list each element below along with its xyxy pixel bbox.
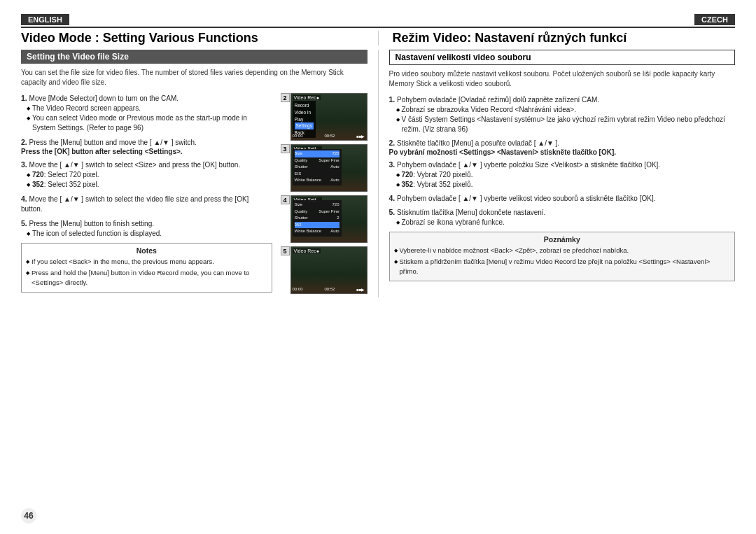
screen-5-label: Video Rec● xyxy=(293,248,321,253)
right-step-5: 5. Stisknutím tlačítka [Menu] dokončete … xyxy=(389,207,736,227)
left-steps-container: 1. Move [Mode Selector] down to turn on … xyxy=(21,93,368,297)
screen-2-timebar: 00:00 00:52 ■■▶ xyxy=(293,134,365,139)
s4-key-size: Size xyxy=(295,202,303,209)
english-badge: ENGLISH xyxy=(21,14,69,25)
bullet-icon: ◆ xyxy=(27,171,30,178)
screen-5-counter: 00:52 xyxy=(324,287,335,292)
settings-key-wb: White Balance xyxy=(295,177,322,184)
s4-val-quality: Super Fine xyxy=(318,209,339,216)
title-left: Video Mode : Setting Various Functions xyxy=(21,31,379,45)
title-right: Režim Video: Nastavení různých funkcí xyxy=(379,31,736,45)
left-section-header: Setting the Video file Size xyxy=(21,50,368,64)
step3-sub2-text: 352: Select 352 pixel. xyxy=(32,180,99,190)
right-step5-text: 5. Stisknutím tlačítka [Menu] dokončete … xyxy=(389,207,736,218)
right-step4-main: Pohybem ovladače [ ▲/▼ ] vyberte velikos… xyxy=(397,195,655,202)
right-step1-sub1-text: Zobrazí se obrazovka Video Record <Nahrá… xyxy=(402,105,576,115)
page: ENGLISH CZECH Video Mode : Setting Vario… xyxy=(0,0,756,534)
s4-val-shutter: 2 xyxy=(337,215,339,222)
settings-val-size: 720 xyxy=(332,150,339,157)
right-step3-sub1-text: 720: Vybrat 720 pixelů. xyxy=(402,170,473,180)
right-step5-sub1: ◆ Zobrazí se ikona vybrané funkce. xyxy=(396,218,736,227)
page-number: 46 xyxy=(21,508,36,524)
czech-badge: CZECH xyxy=(694,14,735,25)
step5-main: Press the [Menu] button to finish settin… xyxy=(29,220,154,227)
s4-row-shutter: Shutter 2 xyxy=(295,215,340,222)
left-note-1: ◆ If you select <Back> in the menu, the … xyxy=(26,257,267,266)
screen-mock-3: Video Sett... Size 720 Quality Super Fin… xyxy=(290,144,368,192)
step5-sub1: ◆ The icon of selected function is displ… xyxy=(27,229,272,239)
step2-num: 2. xyxy=(21,138,27,146)
settings-row-eis: EIS xyxy=(295,171,340,178)
right-step2-bold: Po vybrání možnosti <Settings> <Nastaven… xyxy=(389,148,736,156)
right-step1-sub2-text: V části System Settings <Nastavení systé… xyxy=(402,115,736,134)
right-note-2: ◆ Stiskem a přidržením tlačítka [Menu] v… xyxy=(394,257,731,276)
screen-2-controls: ■■▶ xyxy=(356,134,365,139)
step3-sub1-text: 720: Select 720 pixel. xyxy=(32,170,99,180)
bullet-icon: ◆ xyxy=(396,219,400,226)
screen-2-time: 00:00 xyxy=(293,134,303,139)
left-step-4: 4. Move the [ ▲/▼ ] switch to select the… xyxy=(21,194,272,214)
right-step1-sub2: ◆ V části System Settings <Nastavení sys… xyxy=(396,115,736,134)
settings-val-wb: Auto xyxy=(330,177,339,184)
lang-badges: ENGLISH CZECH xyxy=(21,14,735,25)
screen-step-3: 3 xyxy=(281,144,290,153)
right-step3-text: 3. Pohybem ovladače [ ▲/▼ ] vyberte polo… xyxy=(389,160,736,170)
left-note-2-text: Press and hold the [Menu] button in Vide… xyxy=(31,268,267,287)
right-step4-num: 4. xyxy=(389,194,396,202)
right-note-1: ◆ Vyberete-li v nabídce možnost <Back> <… xyxy=(394,246,731,255)
bullet-icon: ◆ xyxy=(396,116,400,123)
right-notes: Poznámky ◆ Vyberete-li v nabídce možnost… xyxy=(389,232,736,281)
step5-num: 5. xyxy=(21,219,27,227)
bullet-icon: ◆ xyxy=(26,258,29,265)
step1-text: 1. Move [Mode Selector] down to turn on … xyxy=(21,93,272,104)
right-step-3: 3. Pohybem ovladače [ ▲/▼ ] vyberte polo… xyxy=(389,160,736,190)
bullet-icon: ◆ xyxy=(27,181,30,188)
menu-videoin: Video In xyxy=(295,109,314,116)
step5-text: 5. Press the [Menu] button to finish set… xyxy=(21,218,272,229)
right-step1-text: 1. Pohybem ovladače [Ovladač režimů] dol… xyxy=(389,94,736,105)
settings-key-quality: Quality xyxy=(295,157,308,164)
main-title: Video Mode : Setting Various Functions R… xyxy=(21,27,735,45)
menu-record: Record xyxy=(295,102,314,109)
step3-main: Move the [ ▲/▼ ] switch to select <Size>… xyxy=(29,161,241,169)
step3-sub1: ◆ 720: Select 720 pixel. xyxy=(27,170,272,180)
settings-row-wb: White Balance Auto xyxy=(295,177,340,184)
left-notes-title: Notes xyxy=(26,246,267,255)
right-step2-main: Stiskněte tlačítko [Menu] a posuňte ovla… xyxy=(397,139,559,147)
right-step3-main: Pohybem ovladače [ ▲/▼ ] vyberte položku… xyxy=(397,161,660,169)
s4-key-wb: White Balance xyxy=(295,228,322,235)
menu-play: Play xyxy=(295,116,314,123)
screen-mock-2: Video Rec● Record Video In Play Settings… xyxy=(290,93,368,141)
bullet-icon: ◆ xyxy=(27,105,30,112)
left-note-1-text: If you select <Back> in the menu, the pr… xyxy=(31,257,214,266)
s4-row-352: 352 xyxy=(295,222,340,229)
settings-key-size: Size xyxy=(295,150,303,157)
right-note-2-text: Stiskem a přidržením tlačítka [Menu] v r… xyxy=(400,257,731,276)
screen-3-container: 3 Video Sett... Size 720 Quality xyxy=(290,144,368,192)
right-step5-main: Stisknutím tlačítka [Menu] dokončete nas… xyxy=(397,209,545,216)
right-intro: Pro video soubory můžete nastavit veliko… xyxy=(389,69,736,89)
step4-text: 4. Move the [ ▲/▼ ] switch to select the… xyxy=(21,194,272,214)
right-step3-sub2-text: 352: Vybrat 352 pixelů. xyxy=(402,180,473,190)
right-notes-title: Poznámky xyxy=(394,235,731,244)
left-note-2: ◆ Press and hold the [Menu] button in Vi… xyxy=(26,268,267,287)
bullet-icon: ◆ xyxy=(27,115,30,122)
screen-5-controls: ■■▶ xyxy=(356,287,365,292)
settings-row-shutter: Shutter Auto xyxy=(295,164,340,171)
screen-step-2: 2 xyxy=(281,93,290,102)
left-step-5: 5. Press the [Menu] button to finish set… xyxy=(21,218,272,239)
screen-5-timebar: 00:00 00:52 ■■▶ xyxy=(293,287,365,292)
s4-row-quality: Quality Super Fine xyxy=(295,209,340,216)
right-step5-sub1-text: Zobrazí se ikona vybrané funkce. xyxy=(402,218,505,227)
right-step3-sub2: ◆ 352: Vybrat 352 pixelů. xyxy=(396,180,736,190)
bullet-icon: ◆ xyxy=(394,258,398,265)
right-section-header: Nastavení velikosti video souboru xyxy=(389,50,736,65)
screen-mock-4: Video Sett... Size 720 Quality Super Fin… xyxy=(290,195,368,243)
screen-4-settings: Size 720 Quality Super Fine Shutter 2 xyxy=(293,200,342,237)
screen-2-counter: 00:52 xyxy=(324,134,335,139)
step1-main: Move [Mode Selector] down to turn on the… xyxy=(29,94,178,102)
left-step-3: 3. Move the [ ▲/▼ ] switch to select <Si… xyxy=(21,160,272,190)
bullet-icon: ◆ xyxy=(26,269,29,276)
screen-3-settings: Size 720 Quality Super Fine Shutter Auto xyxy=(293,149,342,185)
menu-settings: Settings xyxy=(295,122,314,129)
